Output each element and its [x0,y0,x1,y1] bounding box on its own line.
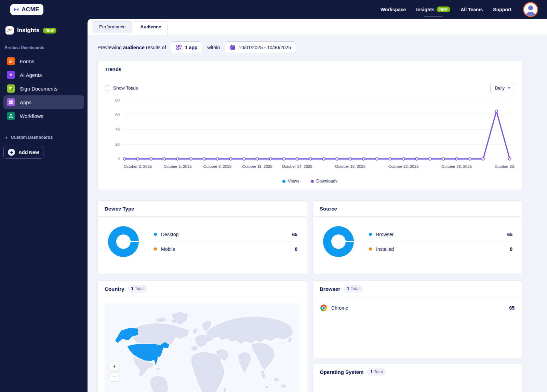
svg-text:20: 20 [115,142,120,146]
within-label: within [207,45,220,50]
person-icon [525,4,536,16]
legend-views: Views [282,179,299,184]
browser-card: Browser 1Total Chrome 65 [312,281,522,358]
downloads-dot-icon [311,180,314,183]
browser-title: Browser [320,286,340,292]
legend-downloads: Downloads [311,179,337,184]
app-grid-icon [176,44,182,50]
nav-support[interactable]: Support [493,0,511,19]
sidebar-item-forms[interactable]: Forms [3,54,84,68]
nav-all-teams[interactable]: All Teams [461,0,483,19]
device-type-donut-chart [108,226,139,257]
desktop-dot-icon [154,233,157,236]
sidebar-item-ai-agents[interactable]: AI Agents [3,68,84,82]
svg-text:80: 80 [115,98,120,102]
svg-text:October 18, 2025: October 18, 2025 [335,164,365,168]
tab-performance[interactable]: Performance [93,21,132,32]
trends-line-chart: 020406080October 2, 2025October 5, 2025O… [105,95,515,177]
sidebar-item-sign-documents[interactable]: Sign Documents [3,82,84,95]
brand-name: ACME [22,6,39,13]
user-avatar[interactable] [523,2,538,17]
svg-text:October 30, 2025: October 30, 2025 [495,164,515,168]
add-new-button[interactable]: + Add New [3,146,43,159]
forms-icon [7,57,15,65]
source-title: Source [320,206,337,212]
app-filter-button[interactable]: 1 app [171,41,203,53]
stat-row-mobile: Mobile 0 [154,242,297,256]
stat-row-installed: Installed 0 [369,242,512,256]
trends-title: Trends [105,66,121,72]
svg-text:October 26, 2025: October 26, 2025 [441,164,472,168]
calendar-icon [230,44,236,50]
map-zoom-out-button[interactable]: − [110,372,119,381]
chrome-icon [320,305,327,311]
top-nav: Workspace Insights NEW All Teams Support [381,0,538,19]
section-product-dashboards: Product Dashboards [0,45,88,50]
plus-icon: + [8,149,15,156]
stat-row-browser: Browser 65 [369,227,512,242]
insights-icon [5,26,14,35]
svg-text:40: 40 [115,127,120,132]
sidebar-title: Insights [17,27,39,34]
workflows-icon [7,112,15,120]
browser-dot-icon [369,233,372,236]
sidebar: Insights NEW Product Dashboards Forms AI… [0,19,88,392]
trends-card: Trends Show Totals Daily ▼ 020406080Octo… [97,61,522,190]
country-title: Country [105,286,124,292]
operating-system-card: Operating System 1Total [312,364,522,392]
source-card: Source Browser 65 Installed [312,200,522,275]
device-type-title: Device Type [105,206,134,212]
date-range-button[interactable]: 10/01/2025 - 10/30/2025 [225,41,296,53]
installed-dot-icon [369,247,372,251]
country-card: Country 1Total [97,281,307,392]
acme-logo-icon [13,6,19,13]
ai-agents-icon [7,71,15,79]
top-bar: ACME Workspace Insights NEW All Teams Su… [0,0,547,19]
svg-text:October 5, 2025: October 5, 2025 [163,164,191,168]
nav-workspace[interactable]: Workspace [381,0,406,19]
svg-text:60: 60 [115,113,120,117]
insights-new-badge: NEW [437,6,450,12]
chevron-down-icon: ▼ [5,136,8,139]
brand-logo[interactable]: ACME [10,4,43,15]
mobile-dot-icon [154,247,157,251]
sidebar-new-badge: NEW [43,28,56,33]
operating-system-title: Operating System [320,369,363,375]
browser-row-chrome: Chrome 65 [313,297,522,319]
stat-row-desktop: Desktop 65 [154,227,297,242]
preview-text: Previewing audience results of [97,45,166,50]
main-content: Performance Audience Previewing audience… [88,19,547,392]
source-donut-chart [323,226,354,257]
sidebar-item-apps[interactable]: Apps [3,95,84,109]
browser-total-badge: 1Total [344,285,363,293]
device-type-card: Device Type Desktop 65 Mobile [97,200,307,275]
tab-audience[interactable]: Audience [134,21,168,35]
checkbox-icon [105,85,110,91]
tab-strip: Performance Audience [88,19,547,35]
sidebar-item-workflows[interactable]: Workflows [3,109,84,123]
apps-icon [7,98,15,106]
world-map[interactable]: + − [105,304,300,392]
show-totals-checkbox[interactable]: Show Totals [105,85,138,91]
chevron-down-icon: ▼ [507,86,511,90]
svg-text:October 8, 2025: October 8, 2025 [203,164,231,168]
custom-dashboards-toggle[interactable]: ▼ Custom Dashboards [0,135,88,140]
views-dot-icon [282,180,285,183]
os-total-badge: 1Total [367,368,386,376]
svg-text:October 11, 2025: October 11, 2025 [242,164,272,168]
nav-insights[interactable]: Insights NEW [416,0,450,19]
svg-text:October 2, 2025: October 2, 2025 [124,164,152,168]
interval-select[interactable]: Daily ▼ [490,83,515,93]
country-total-badge: 1Total [128,285,147,293]
svg-text:0: 0 [118,157,120,161]
map-zoom-in-button[interactable]: + [110,362,119,371]
svg-text:October 14, 2025: October 14, 2025 [282,164,312,168]
preview-bar: Previewing audience results of 1 app wit… [97,41,522,53]
sign-documents-icon [7,84,15,93]
chart-legend: Views Downloads [105,177,515,186]
svg-text:October 22, 2025: October 22, 2025 [388,164,419,168]
